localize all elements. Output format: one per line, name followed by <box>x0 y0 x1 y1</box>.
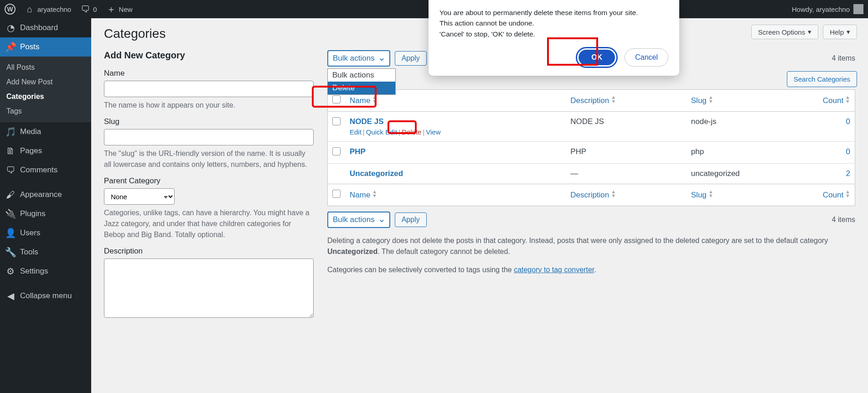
howdy-text: Howdy, aryatechno <box>792 5 850 13</box>
col-slug[interactable]: Slug▲▼ <box>691 96 713 105</box>
howdy-link[interactable]: Howdy, aryatechno <box>792 4 863 14</box>
sort-icon: ▲▼ <box>372 95 377 103</box>
dashboard-icon: ◔ <box>5 23 16 33</box>
slug-label: Slug <box>104 117 314 126</box>
name-input[interactable] <box>104 81 314 97</box>
slug-help: The "slug" is the URL-friendly version o… <box>104 148 314 170</box>
new-link[interactable]: ＋New <box>106 4 133 14</box>
col-description-foot[interactable]: Description▲▼ <box>570 191 616 199</box>
comments-link[interactable]: 🗨0 <box>80 4 97 14</box>
row-checkbox[interactable] <box>332 147 341 155</box>
menu-comments[interactable]: 🗨Comments <box>0 160 91 180</box>
comment-icon: 🗨 <box>80 4 90 14</box>
menu-collapse[interactable]: ◀Collapse menu <box>0 286 91 305</box>
menu-users[interactable]: 👤Users <box>0 223 91 243</box>
dialog-ok-button[interactable]: OK <box>577 48 616 67</box>
categories-list: Bulk actions Bulk actions Delete Apply 4… <box>327 50 855 319</box>
dialog-cancel-button[interactable]: Cancel <box>625 48 668 67</box>
row-title-link[interactable]: PHP <box>350 147 366 156</box>
menu-posts[interactable]: 📌Posts <box>0 37 91 57</box>
row-actions: Edit|Quick Edit|Delete|View <box>350 128 561 136</box>
submenu-all-posts[interactable]: All Posts <box>0 60 91 75</box>
bulk-actions-select-bottom[interactable]: Bulk actions <box>327 212 390 228</box>
comments-icon: 🗨 <box>5 165 16 175</box>
apply-button-top[interactable]: Apply <box>395 51 427 66</box>
table-row: Uncategorized—uncategorized2 <box>328 164 855 184</box>
menu-tools[interactable]: 🔧Tools <box>0 243 91 262</box>
sort-icon: ▲▼ <box>708 190 713 198</box>
row-slug: node-js <box>687 112 814 142</box>
row-description: — <box>566 164 687 184</box>
select-all-bottom[interactable] <box>332 190 341 198</box>
chevron-down-icon: ▾ <box>847 28 850 36</box>
sort-icon: ▲▼ <box>845 95 850 103</box>
bulk-actions-select[interactable]: Bulk actions <box>327 50 390 67</box>
row-description: PHP <box>566 142 687 164</box>
dialog-line-2: This action cannot be undone. <box>439 18 668 28</box>
sort-icon: ▲▼ <box>372 190 377 198</box>
parent-select[interactable]: None <box>104 188 175 205</box>
col-name[interactable]: Name▲▼ <box>350 96 377 105</box>
sort-icon: ▲▼ <box>611 95 616 103</box>
user-icon: 👤 <box>5 228 16 238</box>
col-description[interactable]: Description▲▼ <box>570 96 616 105</box>
sliders-icon: ⚙ <box>5 266 16 276</box>
brush-icon: 🖌 <box>5 190 16 200</box>
menu-settings[interactable]: ⚙Settings <box>0 262 91 281</box>
site-name: aryatechno <box>37 5 71 13</box>
submenu-posts: All Posts Add New Post Categories Tags <box>0 57 91 122</box>
screen-options-tab[interactable]: Screen Options▾ <box>751 25 818 39</box>
col-count[interactable]: Count▲▼ <box>823 96 850 105</box>
description-textarea[interactable] <box>104 259 314 318</box>
search-categories-button[interactable]: Search Categories <box>787 71 857 87</box>
select-all-top[interactable] <box>332 95 341 103</box>
pin-icon: 📌 <box>5 42 16 52</box>
bulk-option-delete[interactable]: Delete <box>328 82 395 94</box>
bulk-actions-dropdown: Bulk actions Delete <box>327 68 396 95</box>
row-count-link[interactable]: 2 <box>846 169 850 178</box>
table-row: PHPPHPphp0 <box>328 142 855 164</box>
action-quick-edit[interactable]: Quick Edit <box>366 128 397 136</box>
col-count-foot[interactable]: Count▲▼ <box>823 191 850 199</box>
submenu-add-new-post[interactable]: Add New Post <box>0 75 91 89</box>
row-title-link[interactable]: Uncategorized <box>350 169 403 178</box>
menu-dashboard[interactable]: ◔Dashboard <box>0 18 91 37</box>
bulk-option-bulk[interactable]: Bulk actions <box>328 69 395 82</box>
wp-logo[interactable]: W <box>5 4 16 15</box>
row-checkbox[interactable] <box>332 117 341 125</box>
row-title-link[interactable]: NODE JS <box>350 117 384 126</box>
sort-icon: ▲▼ <box>845 190 850 198</box>
menu-pages[interactable]: 🗎Pages <box>0 141 91 160</box>
confirm-dialog: You are about to permanently delete thes… <box>429 0 679 76</box>
help-tab[interactable]: Help▾ <box>823 25 857 39</box>
submenu-tags[interactable]: Tags <box>0 104 91 119</box>
action-delete[interactable]: Delete <box>402 128 421 136</box>
menu-appearance[interactable]: 🖌Appearance <box>0 185 91 204</box>
home-icon: ⌂ <box>25 4 35 14</box>
add-category-form: Add New Category Name The name is how it… <box>104 50 314 319</box>
site-link[interactable]: ⌂aryatechno <box>25 4 71 14</box>
apply-button-bottom[interactable]: Apply <box>395 212 427 227</box>
items-count-top: 4 items <box>832 54 855 62</box>
row-count-link[interactable]: 0 <box>846 147 850 156</box>
action-view[interactable]: View <box>426 128 440 136</box>
row-count-link[interactable]: 0 <box>846 117 850 126</box>
plus-icon: ＋ <box>106 4 116 14</box>
menu-plugins[interactable]: 🔌Plugins <box>0 204 91 223</box>
converter-link[interactable]: category to tag converter <box>514 266 594 274</box>
chevron-down-icon: ▾ <box>808 28 811 36</box>
col-slug-foot[interactable]: Slug▲▼ <box>691 191 713 199</box>
form-heading: Add New Category <box>104 50 314 61</box>
action-edit[interactable]: Edit <box>350 128 362 136</box>
table-row: NODE JSEdit|Quick Edit|Delete|ViewNODE J… <box>328 112 855 142</box>
delete-note: Deleting a category does not delete the … <box>327 235 855 257</box>
row-slug: uncategorized <box>687 164 814 184</box>
menu-media[interactable]: 🎵Media <box>0 122 91 141</box>
row-slug: php <box>687 142 814 164</box>
col-name-foot[interactable]: Name▲▼ <box>350 191 377 199</box>
sort-icon: ▲▼ <box>611 190 616 198</box>
slug-input[interactable] <box>104 129 314 145</box>
plug-icon: 🔌 <box>5 209 16 219</box>
submenu-categories[interactable]: Categories <box>0 89 91 104</box>
parent-help: Categories, unlike tags, can have a hier… <box>104 207 314 240</box>
